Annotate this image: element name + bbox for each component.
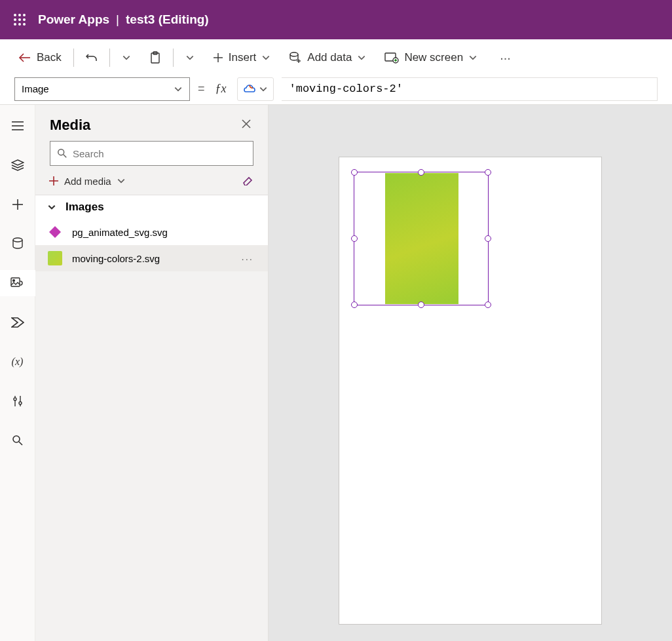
- resize-handle[interactable]: [351, 301, 358, 308]
- file-more-button[interactable]: ···: [241, 253, 253, 264]
- undo-icon: [86, 52, 98, 64]
- svg-rect-28: [11, 278, 20, 286]
- main-area: (x) Media Add media: [0, 105, 672, 641]
- rail-hamburger[interactable]: [0, 113, 35, 139]
- phone-frame[interactable]: [339, 157, 601, 624]
- tools-icon: [12, 395, 23, 408]
- media-file-row[interactable]: moving-colors-2.svg ···: [35, 245, 268, 271]
- new-screen-button[interactable]: New screen: [381, 49, 481, 67]
- panel-close-button[interactable]: [239, 115, 253, 134]
- paste-button[interactable]: [145, 49, 165, 67]
- chevron-down-icon: [185, 53, 195, 62]
- svg-point-0: [14, 14, 16, 16]
- media-search-input[interactable]: [73, 148, 246, 159]
- svg-line-40: [64, 155, 66, 157]
- svg-point-35: [13, 436, 20, 442]
- media-icon: [10, 277, 24, 289]
- app-header: Power Apps | test3 (Editing): [0, 0, 672, 39]
- copilot-dropdown[interactable]: [237, 77, 274, 101]
- rail-tree-view[interactable]: [0, 152, 35, 178]
- equals-sign: =: [198, 82, 205, 96]
- layers-icon: [11, 159, 24, 171]
- arrow-left-icon: [18, 52, 31, 63]
- eraser-button[interactable]: [242, 174, 253, 188]
- header-divider: |: [116, 12, 119, 27]
- svg-point-34: [19, 402, 22, 404]
- rail-advanced-tools[interactable]: [0, 388, 35, 414]
- header-title: Power Apps | test3 (Editing): [38, 12, 209, 27]
- separator: [109, 49, 110, 67]
- media-search[interactable]: [50, 141, 253, 166]
- svg-point-14: [290, 52, 298, 56]
- property-dropdown[interactable]: Image: [14, 77, 190, 101]
- insert-button[interactable]: Insert: [209, 49, 275, 67]
- svg-point-27: [13, 238, 22, 242]
- close-icon: [242, 119, 251, 128]
- resize-handle[interactable]: [418, 169, 424, 176]
- resize-handle[interactable]: [485, 235, 491, 242]
- resize-handle[interactable]: [351, 235, 358, 242]
- resize-handle[interactable]: [485, 301, 491, 308]
- svg-point-29: [12, 280, 14, 282]
- new-screen-label: New screen: [404, 51, 463, 64]
- property-value: Image: [22, 83, 49, 94]
- plus-icon: [12, 199, 24, 210]
- overflow-button[interactable]: ···: [496, 50, 515, 66]
- waffle-icon: [14, 14, 26, 26]
- rail-data[interactable]: [0, 231, 35, 257]
- command-bar: Back Insert Add data New: [0, 39, 672, 76]
- variable-x-icon: (x): [12, 356, 24, 368]
- formula-bar: Image = ƒx: [0, 76, 672, 105]
- add-media-label: Add media: [64, 176, 111, 187]
- svg-point-1: [18, 14, 21, 16]
- rail-search[interactable]: [0, 427, 35, 454]
- rail-variables[interactable]: (x): [0, 349, 35, 375]
- resize-handle[interactable]: [351, 169, 358, 176]
- images-label: Images: [65, 201, 104, 214]
- separator: [73, 49, 74, 67]
- flow-icon: [11, 317, 24, 328]
- rail-power-automate[interactable]: [0, 309, 35, 336]
- svg-marker-24: [12, 160, 24, 165]
- canvas-surface[interactable]: [269, 105, 672, 641]
- media-file-row[interactable]: pg_animated_svg.svg: [35, 219, 268, 245]
- svg-line-36: [19, 442, 22, 445]
- svg-point-39: [58, 149, 64, 155]
- chevron-down-icon: [122, 53, 131, 62]
- screen-add-icon: [384, 52, 399, 64]
- insert-label: Insert: [229, 51, 257, 64]
- resize-handle[interactable]: [418, 301, 424, 308]
- eraser-icon: [242, 174, 253, 185]
- rail-media[interactable]: [0, 270, 35, 296]
- svg-marker-43: [49, 226, 61, 238]
- svg-point-4: [18, 18, 21, 21]
- clipboard-icon: [149, 51, 161, 64]
- back-button[interactable]: Back: [14, 49, 65, 67]
- file-name-label: moving-colors-2.svg: [72, 253, 160, 264]
- separator: [173, 49, 174, 67]
- svg-point-7: [18, 23, 21, 26]
- chevron-down-icon: [261, 53, 271, 62]
- formula-input[interactable]: [282, 77, 658, 101]
- app-launcher-button[interactable]: [7, 7, 33, 33]
- resize-handle[interactable]: [485, 169, 491, 176]
- rail-insert[interactable]: [0, 191, 35, 218]
- svg-thumb-icon: [47, 224, 63, 240]
- database-icon: [12, 237, 24, 250]
- add-data-button[interactable]: Add data: [285, 49, 370, 67]
- add-media-button[interactable]: Add media: [48, 176, 126, 187]
- chevron-down-icon: [47, 203, 56, 212]
- paste-options-button[interactable]: [181, 50, 198, 65]
- plus-icon: [48, 176, 59, 186]
- app-name: Power Apps: [38, 12, 109, 27]
- fx-icon[interactable]: ƒx: [213, 82, 229, 96]
- undo-history-button[interactable]: [118, 50, 135, 65]
- selection-outline[interactable]: [354, 172, 489, 305]
- undo-button[interactable]: [82, 49, 102, 66]
- hamburger-icon: [12, 121, 24, 130]
- database-add-icon: [289, 52, 302, 64]
- add-data-label: Add data: [307, 51, 352, 64]
- images-category[interactable]: Images: [35, 195, 268, 219]
- file-name-label: pg_animated_svg.svg: [72, 227, 168, 238]
- chevron-down-icon: [468, 53, 477, 62]
